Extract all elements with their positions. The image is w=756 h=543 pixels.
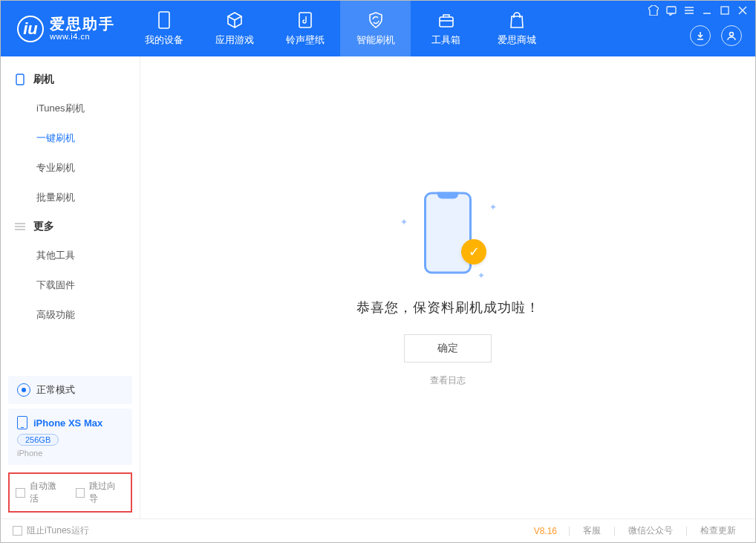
device-mode-card[interactable]: 正常模式 [8,376,132,404]
storage-badge: 256GB [17,434,59,446]
svg-rect-1 [299,13,311,27]
sidebar-item-other-tools[interactable]: 其他工具 [1,241,140,270]
status-bar: 阻止iTunes运行 V8.16 客服 微信公众号 检查更新 [1,518,755,542]
close-button[interactable] [737,5,748,19]
device-type: iPhone [17,449,123,458]
checkbox-skip-guide[interactable]: 跳过向导 [76,480,126,505]
device-icon [154,10,174,30]
checkbox-label: 阻止iTunes运行 [27,524,89,537]
checkbox-block-itunes[interactable]: 阻止iTunes运行 [13,524,89,537]
footer-link-update[interactable]: 检查更新 [693,524,743,537]
tab-ringtones[interactable]: 铃声壁纸 [270,1,340,56]
sidebar-item-pro-flash[interactable]: 专业刷机 [1,153,140,183]
checkbox-box-icon [76,488,85,498]
footer-link-support[interactable]: 客服 [576,524,608,537]
sparkle-icon: ✦ [400,217,408,227]
check-circle-icon: ✓ [461,239,486,264]
tab-label: 工具箱 [431,33,460,47]
main-content: ✓ ✦ ✦ ✦ 恭喜您，保资料刷机成功啦！ 确定 查看日志 [140,56,755,518]
checkbox-box-icon [13,526,22,536]
window-controls [648,5,748,19]
tab-toolbox[interactable]: 工具箱 [411,1,481,56]
checkbox-label: 跳过向导 [89,480,125,505]
ok-button[interactable]: 确定 [404,334,492,362]
menu-icon[interactable] [684,5,694,19]
logo-icon: iu [17,16,44,42]
success-message: 恭喜您，保资料刷机成功啦！ [356,299,540,316]
svg-point-12 [730,33,734,36]
app-logo: iu 爱思助手 www.i4.cn [1,16,128,42]
phone-illustration-icon [424,192,472,273]
list-icon [14,221,26,233]
tab-flash[interactable]: 智能刷机 [340,1,411,56]
header-actions [690,25,742,46]
svg-rect-13 [16,74,24,85]
status-dot-icon [17,383,30,397]
sidebar-item-itunes-flash[interactable]: iTunes刷机 [1,94,140,123]
phone-outline-icon [14,74,26,85]
divider [614,527,615,536]
download-button[interactable] [690,25,711,46]
phone-icon [17,416,27,429]
svg-rect-0 [159,12,169,28]
sparkle-icon: ✦ [489,202,497,212]
tab-label: 我的设备 [145,33,183,47]
sidebar-item-oneclick-flash[interactable]: 一键刷机 [1,123,140,153]
cube-icon [225,10,244,30]
device-name: iPhone XS Max [33,417,102,429]
nav-tabs: 我的设备 应用游戏 铃声壁纸 智能刷机 工具箱 爱思商城 [128,1,552,56]
sidebar-item-batch-flash[interactable]: 批量刷机 [1,183,140,212]
checkbox-auto-activate[interactable]: 自动激活 [16,480,65,505]
checkbox-label: 自动激活 [30,480,65,505]
section-title: 更多 [33,220,54,233]
bag-icon [507,10,527,30]
divider [686,527,687,536]
title-bar: iu 爱思助手 www.i4.cn 我的设备 应用游戏 铃声壁纸 智能刷机 工具… [1,1,755,56]
svg-rect-4 [667,7,676,13]
flash-options-row: 自动激活 跳过向导 [8,472,132,513]
sidebar-item-advanced[interactable]: 高级功能 [1,300,140,330]
divider [569,527,570,536]
view-log-link[interactable]: 查看日志 [430,374,466,387]
feedback-icon[interactable] [666,5,677,19]
user-button[interactable] [721,25,742,46]
footer-link-wechat[interactable]: 微信公众号 [621,524,680,537]
maximize-button[interactable] [720,5,730,19]
tab-my-device[interactable]: 我的设备 [128,1,199,56]
music-file-icon [296,10,315,30]
tab-apps-games[interactable]: 应用游戏 [199,1,270,56]
minimize-button[interactable] [702,5,712,19]
svg-rect-9 [721,7,729,14]
section-more[interactable]: 更多 [1,212,140,241]
toolbox-icon [437,10,456,30]
success-illustration: ✓ ✦ ✦ ✦ [396,189,500,285]
shield-sync-icon [366,10,385,30]
device-mode-label: 正常模式 [36,383,75,397]
checkbox-box-icon [16,488,25,498]
tab-label: 应用游戏 [215,33,254,47]
sidebar-item-download-firmware[interactable]: 下载固件 [1,270,140,300]
sparkle-icon: ✦ [478,270,485,281]
app-title: 爱思助手 [50,16,115,32]
section-flash[interactable]: 刷机 [1,65,140,94]
section-title: 刷机 [33,73,54,86]
skin-icon[interactable] [648,5,659,19]
app-subtitle: www.i4.cn [50,32,115,41]
tab-label: 铃声壁纸 [286,33,325,47]
svg-rect-2 [440,17,453,27]
tab-label: 爱思商城 [498,33,536,47]
device-card[interactable]: iPhone XS Max 256GB iPhone [8,409,132,465]
version-label: V8.16 [534,526,557,536]
tab-label: 智能刷机 [356,33,395,47]
sidebar: 刷机 iTunes刷机 一键刷机 专业刷机 批量刷机 更多 其他工具 下载固件 … [1,56,140,518]
tab-store[interactable]: 爱思商城 [481,1,552,56]
